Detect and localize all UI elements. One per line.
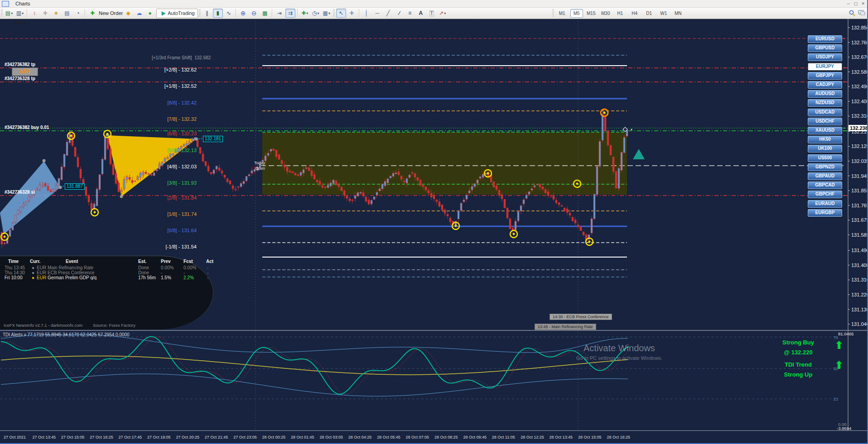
atr-badge[interactable]: ATR [12, 67, 38, 76]
timeframe-mn[interactable]: MN [672, 9, 685, 18]
navigator-button[interactable] [51, 9, 61, 18]
price-tick-132.490: 132.490 [851, 84, 868, 89]
tile-windows-button[interactable] [260, 9, 270, 18]
trendline-tool[interactable] [383, 9, 393, 18]
autotrading-button[interactable]: AutoTrading [156, 9, 198, 18]
price-chart-canvas[interactable] [0, 0, 868, 444]
vps-button[interactable] [134, 9, 144, 18]
price-tick-132.310: 132.310 [851, 113, 868, 119]
new-order-icon[interactable] [87, 9, 97, 18]
symbol-button-gbpcad[interactable]: GBPCAD [808, 181, 842, 189]
symbol-button-usdcad[interactable]: USDCAD [808, 109, 842, 116]
news-col-time: Time [8, 259, 19, 264]
zoom-out-button[interactable] [249, 9, 259, 18]
news-cell: Done [138, 265, 149, 270]
price-tick-131.765: 131.765 [851, 203, 868, 208]
tdi-scale-bottom: -3.8594 [837, 426, 851, 431]
new-chart-button[interactable]: ▾ [4, 9, 14, 18]
symbol-button-euraud[interactable]: EURAUD [808, 200, 842, 208]
symbol-button-eurjpy[interactable]: EURJPY [808, 63, 842, 71]
market-watch-button[interactable] [29, 9, 39, 18]
timeframe-d1[interactable]: D1 [643, 9, 656, 18]
toolbar-grip[interactable] [1, 9, 3, 17]
murrey-level-58: [5/8] - 132.13 [129, 148, 197, 153]
news-col-curr: Curr. [30, 259, 40, 264]
line-chart-button[interactable] [224, 9, 234, 18]
price-tick-131.490: 131.490 [851, 248, 868, 253]
symbol-button-uk100[interactable]: UK100 [808, 145, 842, 153]
horizontal-line-tool[interactable] [372, 9, 382, 18]
timeframe-w1[interactable]: W1 [657, 9, 670, 18]
symbol-button-gbpusd[interactable]: GBPUSD [808, 44, 842, 52]
symbol-button-gbpaud[interactable]: GBPAUD [808, 172, 842, 180]
symbol-button-usdjpy[interactable]: USDJPY [808, 53, 842, 61]
menu-bar: FileViewInsertChartsToolsWindowHelp ─ ▢ … [0, 0, 868, 8]
period-button[interactable]: ▾ [311, 9, 321, 18]
signal-strong-buy-line1: Strong Buy [767, 339, 830, 346]
template-button[interactable]: ▾ [322, 9, 332, 18]
symbol-button-gbpnzd[interactable]: GBPNZD [808, 163, 842, 171]
window-controls[interactable]: ─ ▢ ✕ [847, 1, 866, 6]
profiles-button[interactable]: ▾ [15, 9, 25, 18]
bar-chart-button[interactable] [202, 9, 212, 18]
symbol-button-gbpjpy[interactable]: GBPJPY [808, 72, 842, 80]
cursor-tool[interactable] [336, 9, 346, 18]
news-footer-right: Source: Forex Factory [93, 323, 135, 328]
symbol-button-audusd[interactable]: AUDUSD [808, 90, 842, 98]
candlestick-chart-button[interactable] [213, 9, 223, 18]
add-indicator-button[interactable]: ▾ [300, 9, 310, 18]
time-axis-label-18: 28 Oct 12:25 [521, 435, 544, 439]
crosshair-tool[interactable] [347, 9, 357, 18]
channel-tool[interactable] [394, 9, 404, 18]
data-window-button[interactable] [40, 9, 50, 18]
price-tick-131.855: 131.855 [851, 188, 868, 193]
timeframe-m5[interactable]: M5 [570, 9, 583, 18]
symbol-button-hk50[interactable]: HK50 [808, 136, 842, 143]
event-flag-1: 13:45 - Main Refinancing Rate [535, 324, 596, 330]
chat-icon[interactable] [858, 10, 865, 16]
time-axis-label-20: 28 Oct 15:05 [578, 435, 602, 439]
timeframe-m1[interactable]: M1 [556, 9, 569, 18]
symbol-button-eurgbp[interactable]: EURGBP [808, 209, 842, 217]
symbol-button-gbpchf[interactable]: GBPCHF [808, 191, 842, 198]
text-label-tool[interactable] [427, 9, 437, 18]
timeframe-m15[interactable]: M15 [585, 9, 598, 18]
symbol-button-eurusd[interactable]: EURUSD [808, 35, 842, 43]
time-axis-label-11: 28 Oct 03:05 [319, 435, 343, 439]
auto-scroll-button[interactable] [285, 9, 295, 18]
arrows-tool[interactable]: ▾ [438, 9, 448, 18]
price-tick-132.125: 132.125 [851, 143, 868, 149]
symbol-button-nzdusd[interactable]: NZDUSD [808, 99, 842, 107]
menu-item-help[interactable]: Help [12, 19, 37, 26]
strategy-tester-button[interactable] [73, 9, 83, 18]
symbol-button-us500[interactable]: US500 [808, 154, 842, 162]
metaeditor-button[interactable] [123, 9, 133, 18]
news-cell: Fri 10:00 [5, 275, 22, 280]
zoom-in-button[interactable] [238, 9, 248, 18]
text-tool[interactable] [416, 9, 426, 18]
symbol-button-usdchf[interactable]: USDCHF [808, 118, 842, 125]
price-tick-131.675: 131.675 [851, 217, 868, 223]
search-icon[interactable] [849, 10, 855, 16]
timeframe-h1[interactable]: H1 [614, 9, 627, 18]
symbol-button-cadjpy[interactable]: CADJPY [808, 81, 842, 89]
terminal-button[interactable] [62, 9, 72, 18]
timeframe-m30[interactable]: M30 [599, 9, 612, 18]
open-label: Open [247, 166, 265, 171]
news-footer-left: IceFX NewsInfo v2.7.1 - darkmoonfx.com [4, 323, 82, 328]
news-cell: Done [138, 270, 149, 275]
symbol-button-xauusd[interactable]: XAUUSD [808, 127, 842, 134]
autotrading-status-icon[interactable] [145, 9, 155, 18]
vertical-line-tool[interactable] [362, 9, 371, 18]
new-order-button[interactable]: New Order [99, 10, 123, 16]
time-axis-label-19: 28 Oct 13:45 [550, 435, 573, 439]
timeframe-h4[interactable]: H4 [628, 9, 641, 18]
chart-shift-button[interactable] [275, 9, 285, 18]
price-tick-132.760: 132.760 [851, 40, 868, 45]
signal-strong-buy-line2: @ 132.220 [767, 349, 830, 356]
news-cell: - [207, 270, 208, 275]
menu-item-charts[interactable]: Charts [12, 0, 37, 7]
autotrading-label: AutoTrading [168, 10, 195, 16]
fibonacci-tool[interactable] [405, 9, 415, 18]
price-tick-132.580: 132.580 [851, 69, 868, 75]
